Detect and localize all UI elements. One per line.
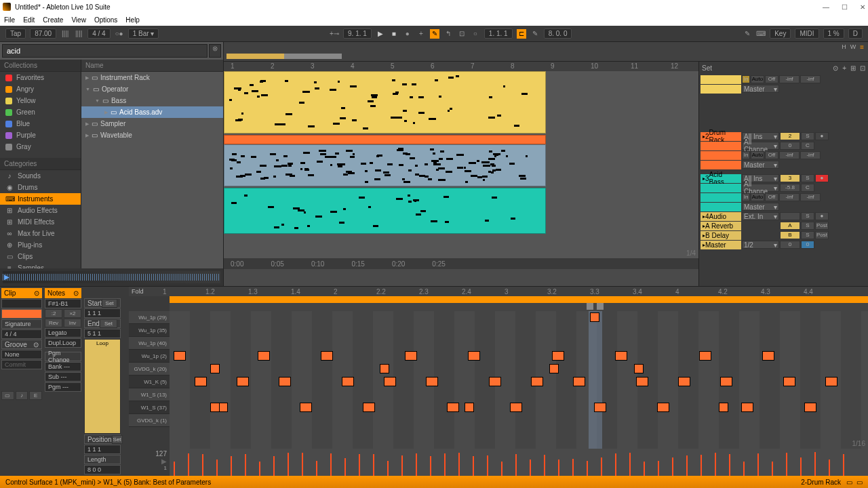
capture-icon[interactable]: ⊡ [457, 29, 467, 39]
stop-icon[interactable]: ■ [389, 29, 399, 39]
transpose-down[interactable]: :2 [45, 309, 62, 318]
overview-scrub[interactable] [224, 52, 868, 62]
menu-create[interactable]: Create [43, 16, 63, 24]
fold-button[interactable]: Fold [129, 287, 163, 296]
notes-panel-header[interactable]: Notes⊙ [45, 288, 81, 298]
pencil-icon[interactable]: ✎ [743, 29, 752, 39]
minimize-icon[interactable]: — [823, 3, 829, 11]
invert-button[interactable]: Inv [64, 319, 81, 327]
collection-purple[interactable]: Purple [0, 129, 81, 141]
reenable-automation-icon[interactable]: ↰ [443, 29, 453, 39]
category-instruments[interactable]: ⌨Instruments [0, 193, 81, 205]
tree-item[interactable]: ▼▭Bass [81, 95, 223, 106]
end-set-button[interactable]: Set [100, 319, 117, 328]
velocity-lane[interactable]: 127▶1 [129, 449, 868, 476]
maximize-icon[interactable]: ☐ [842, 3, 848, 11]
category-plug-ins[interactable]: ⊕Plug-ins [0, 239, 81, 251]
crossfade-toggle-icon[interactable]: ⊡ [860, 64, 865, 72]
nudge-down-icon[interactable]: |||| [60, 29, 70, 39]
tree-item[interactable]: ▼▭Operator [81, 83, 223, 95]
record-icon[interactable]: ● [403, 29, 412, 39]
category-midi-effects[interactable]: ⊞MIDI Effects [0, 216, 81, 228]
loop-icon[interactable]: ○ [471, 29, 480, 39]
loop-marker-start[interactable] [587, 303, 593, 310]
menu-view[interactable]: View [71, 16, 86, 24]
groove-hot-swap-icon[interactable]: ⊙ [33, 341, 39, 348]
clip-name-field[interactable] [1, 299, 42, 308]
tree-item[interactable]: ▶▭Wavetable [81, 129, 223, 141]
category-clips[interactable]: ▭Clips [0, 251, 81, 262]
draw-mode-icon[interactable]: ✎ [530, 29, 540, 39]
menu-file[interactable]: File [4, 16, 15, 24]
io-toggle-icon[interactable]: ⊙ [833, 64, 838, 72]
track2-solo[interactable]: S [801, 132, 814, 140]
return-toggle-icon[interactable]: + [842, 64, 846, 72]
menu-help[interactable]: Help [125, 16, 140, 24]
collection-favorites[interactable]: Favorites [0, 72, 81, 83]
reverse-button[interactable]: Rev [45, 319, 62, 327]
menu-icon[interactable]: ≡ [860, 43, 864, 51]
nudge-up-icon[interactable]: |||| [74, 29, 83, 39]
punch-in-icon[interactable]: ⊏ [517, 29, 526, 39]
note-grid[interactable]: 1/16 [170, 311, 868, 449]
time-ruler[interactable]: 0:000:050:100:150:200:25 [224, 258, 698, 269]
bar-ruler[interactable]: 123456789101112 [224, 62, 698, 71]
category-samples[interactable]: ≡Samples [0, 262, 81, 268]
midi-clip-track2[interactable] [224, 144, 546, 186]
midi-clip-track3[interactable] [224, 188, 546, 234]
h-button[interactable]: H [842, 43, 846, 51]
start-set-button[interactable]: Set [102, 299, 117, 308]
close-icon[interactable]: ✕ [860, 3, 865, 11]
collection-angry[interactable]: Angry [0, 83, 81, 95]
collection-gray[interactable]: Gray [0, 141, 81, 152]
w-button[interactable]: W [850, 43, 856, 51]
arrangement-position[interactable]: 9. 1. 1 [343, 28, 372, 39]
track2-vol[interactable]: 2 [780, 132, 800, 140]
automation-arm-icon[interactable]: ✎ [430, 29, 439, 39]
category-drums[interactable]: ◉Drums [0, 182, 81, 193]
loop-marker-end[interactable] [597, 303, 604, 310]
collection-yellow[interactable]: Yellow [0, 95, 81, 106]
follow-icon[interactable]: +⊸ [330, 29, 339, 39]
midi-clip-track2-header[interactable] [224, 135, 546, 144]
play-icon[interactable]: ▶ [376, 29, 385, 39]
piano-roll-ruler[interactable]: 11.21.31.422.22.32.433.23.33.444.24.34.4 [163, 287, 868, 296]
notes-box-toggle[interactable]: ♪ [16, 391, 28, 400]
bank-select[interactable]: Bank --- [45, 362, 81, 371]
pgm-select[interactable]: Pgm --- [45, 382, 81, 392]
time-signature[interactable]: 4 / 4 [87, 28, 110, 39]
note-range[interactable]: F#1-B1 [45, 299, 81, 308]
clear-search-icon[interactable]: ⊗ [209, 44, 221, 58]
midi-map-button[interactable]: MIDI [795, 28, 818, 39]
preview-waveform[interactable]: ▶ [3, 271, 220, 283]
clip-color[interactable] [1, 309, 42, 319]
signature-value[interactable]: 4 / 4 [1, 329, 42, 339]
key-map-button[interactable]: Key [770, 28, 791, 39]
length-value[interactable]: 8 0 0 [84, 465, 121, 474]
menu-options[interactable]: Options [94, 16, 117, 24]
metronome-bars[interactable]: 1 Bar ▾ [128, 28, 159, 39]
tree-item[interactable]: ▶▭Sampler [81, 118, 223, 129]
category-audio-effects[interactable]: ⊞Audio Effects [0, 205, 81, 216]
keyboard-icon[interactable]: ⌨ [756, 29, 766, 39]
commit-button[interactable]: Commit [1, 360, 42, 369]
loop-length[interactable]: 8. 0. 0 [544, 28, 572, 39]
tree-item[interactable]: ▶▭Acid Bass.adv [81, 106, 223, 118]
envelope-box-toggle[interactable]: E [29, 391, 42, 400]
legato-button[interactable]: Legato [45, 328, 81, 338]
duplicate-loop-button[interactable]: Dupl.Loop [45, 338, 81, 348]
mixer-toggle-icon[interactable]: ⊞ [850, 64, 856, 72]
transpose-up[interactable]: ×2 [64, 309, 81, 318]
end-value[interactable]: 5 1 1 [84, 329, 121, 338]
start-value[interactable]: 1 1 1 [84, 308, 121, 318]
loop-start[interactable]: 1. 1. 1 [484, 28, 513, 39]
metronome-icon[interactable]: ○● [115, 29, 124, 39]
clip-panel-header[interactable]: Clip⊙ [1, 288, 42, 298]
menu-edit[interactable]: Edit [23, 16, 35, 24]
category-max-for-live[interactable]: ∞Max for Live [0, 228, 81, 239]
sub-select[interactable]: Sub --- [45, 372, 81, 382]
category-sounds[interactable]: ♪Sounds [0, 170, 81, 182]
midi-clip-track1[interactable] [224, 71, 546, 134]
overdub-icon[interactable]: + [416, 29, 426, 39]
tree-item[interactable]: ▶▭Instrument Rack [81, 72, 223, 83]
